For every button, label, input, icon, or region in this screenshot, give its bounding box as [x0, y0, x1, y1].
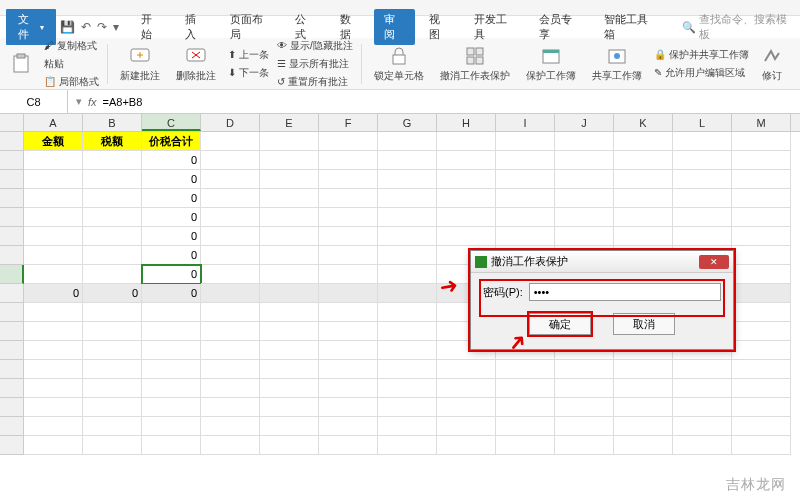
cell-M5[interactable] — [732, 208, 791, 227]
showhide-comment-button[interactable]: 👁显示/隐藏批注 — [277, 38, 353, 54]
cell-G2[interactable] — [378, 151, 437, 170]
col-header-F[interactable]: F — [319, 114, 378, 131]
cell-L14[interactable] — [673, 379, 732, 398]
cell-E5[interactable] — [260, 208, 319, 227]
cell-D2[interactable] — [201, 151, 260, 170]
cell-I4[interactable] — [496, 189, 555, 208]
cell-F13[interactable] — [319, 360, 378, 379]
protect-workbook-button[interactable]: 保护工作簿 — [522, 43, 580, 85]
cell-M3[interactable] — [732, 170, 791, 189]
cell-H13[interactable] — [437, 360, 496, 379]
cell-I14[interactable] — [496, 379, 555, 398]
cell-H3[interactable] — [437, 170, 496, 189]
cell-A16[interactable] — [24, 417, 83, 436]
cell-H17[interactable] — [437, 436, 496, 455]
cell-D8[interactable] — [201, 265, 260, 284]
cell-F6[interactable] — [319, 227, 378, 246]
track-changes-button[interactable]: 修订 — [757, 43, 787, 85]
protect-share-button[interactable]: 🔒保护并共享工作簿 — [654, 47, 749, 63]
cell-E1[interactable] — [260, 132, 319, 151]
cell-J15[interactable] — [555, 398, 614, 417]
cell-F12[interactable] — [319, 341, 378, 360]
cell-F14[interactable] — [319, 379, 378, 398]
cell-M11[interactable] — [732, 322, 791, 341]
col-header-G[interactable]: G — [378, 114, 437, 131]
cell-M2[interactable] — [732, 151, 791, 170]
redo-icon[interactable]: ↷ — [97, 20, 107, 34]
cell-F5[interactable] — [319, 208, 378, 227]
cell-E9[interactable] — [260, 284, 319, 303]
cell-F17[interactable] — [319, 436, 378, 455]
cell-C1[interactable]: 价税合计 — [142, 132, 201, 151]
new-comment-button[interactable]: 新建批注 — [116, 43, 164, 85]
unprotect-sheet-button[interactable]: 撤消工作表保护 — [436, 43, 514, 85]
cell-C9[interactable]: 0 — [142, 284, 201, 303]
cell-G10[interactable] — [378, 303, 437, 322]
cell-F10[interactable] — [319, 303, 378, 322]
cell-I15[interactable] — [496, 398, 555, 417]
cell-E8[interactable] — [260, 265, 319, 284]
cell-F7[interactable] — [319, 246, 378, 265]
cell-D7[interactable] — [201, 246, 260, 265]
save-icon[interactable]: 💾 — [60, 20, 75, 34]
cell-G8[interactable] — [378, 265, 437, 284]
row-header[interactable] — [0, 189, 24, 208]
cell-C16[interactable] — [142, 417, 201, 436]
cell-A12[interactable] — [24, 341, 83, 360]
cell-D5[interactable] — [201, 208, 260, 227]
cell-B15[interactable] — [83, 398, 142, 417]
cell-B14[interactable] — [83, 379, 142, 398]
cell-H14[interactable] — [437, 379, 496, 398]
cell-B6[interactable] — [83, 227, 142, 246]
cell-M15[interactable] — [732, 398, 791, 417]
row-header[interactable] — [0, 151, 24, 170]
cell-B3[interactable] — [83, 170, 142, 189]
cell-M6[interactable] — [732, 227, 791, 246]
cell-G14[interactable] — [378, 379, 437, 398]
cell-I1[interactable] — [496, 132, 555, 151]
cell-D15[interactable] — [201, 398, 260, 417]
cell-E11[interactable] — [260, 322, 319, 341]
cell-L2[interactable] — [673, 151, 732, 170]
cell-F4[interactable] — [319, 189, 378, 208]
cell-F8[interactable] — [319, 265, 378, 284]
row-header[interactable] — [0, 170, 24, 189]
cell-C10[interactable] — [142, 303, 201, 322]
col-header-A[interactable]: A — [24, 114, 83, 131]
dialog-titlebar[interactable]: 撤消工作表保护 ✕ — [471, 251, 733, 273]
cell-J16[interactable] — [555, 417, 614, 436]
cell-K5[interactable] — [614, 208, 673, 227]
cell-G3[interactable] — [378, 170, 437, 189]
cell-A1[interactable]: 金额 — [24, 132, 83, 151]
row-header[interactable] — [0, 360, 24, 379]
cell-C5[interactable]: 0 — [142, 208, 201, 227]
cell-J3[interactable] — [555, 170, 614, 189]
cell-C3[interactable]: 0 — [142, 170, 201, 189]
tab-9[interactable]: 智能工具箱 — [594, 9, 666, 45]
cell-D11[interactable] — [201, 322, 260, 341]
cell-B8[interactable] — [83, 265, 142, 284]
cell-K4[interactable] — [614, 189, 673, 208]
cell-K15[interactable] — [614, 398, 673, 417]
cell-A3[interactable] — [24, 170, 83, 189]
cell-B11[interactable] — [83, 322, 142, 341]
cell-H2[interactable] — [437, 151, 496, 170]
col-header-H[interactable]: H — [437, 114, 496, 131]
cell-D13[interactable] — [201, 360, 260, 379]
cell-A6[interactable] — [24, 227, 83, 246]
row-header[interactable] — [0, 322, 24, 341]
cell-M10[interactable] — [732, 303, 791, 322]
cell-J13[interactable] — [555, 360, 614, 379]
cell-A11[interactable] — [24, 322, 83, 341]
cell-D16[interactable] — [201, 417, 260, 436]
cell-B4[interactable] — [83, 189, 142, 208]
tab-8[interactable]: 会员专享 — [529, 9, 590, 45]
cell-J1[interactable] — [555, 132, 614, 151]
cell-A2[interactable] — [24, 151, 83, 170]
cell-G12[interactable] — [378, 341, 437, 360]
cell-C11[interactable] — [142, 322, 201, 341]
cell-L15[interactable] — [673, 398, 732, 417]
cell-G9[interactable] — [378, 284, 437, 303]
dropdown-icon[interactable]: ▾ — [76, 95, 82, 108]
cell-C14[interactable] — [142, 379, 201, 398]
